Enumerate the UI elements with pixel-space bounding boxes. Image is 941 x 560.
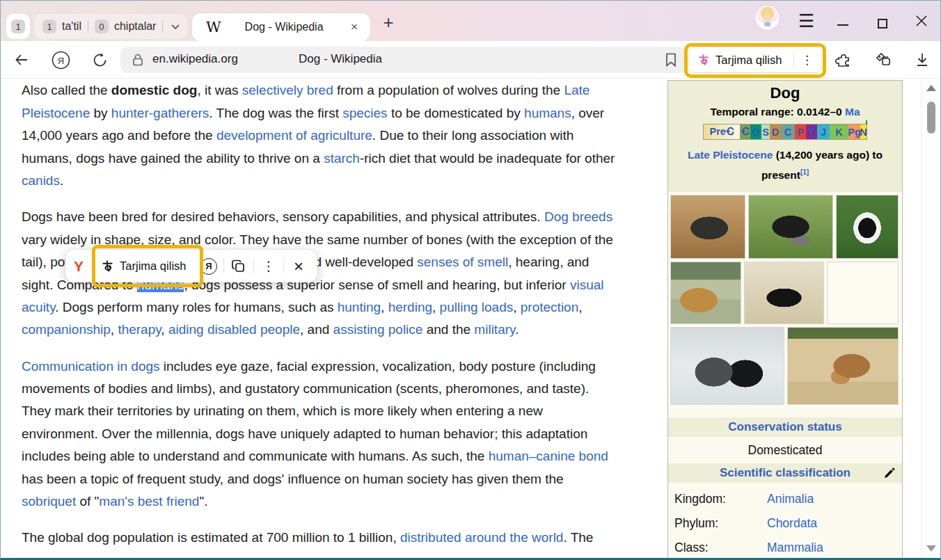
timeline-period-K[interactable]: K — [830, 125, 848, 139]
reload-icon[interactable] — [90, 50, 109, 70]
timeline-period-S[interactable]: S — [761, 125, 770, 139]
timeline-period-D[interactable]: D — [770, 125, 781, 139]
tab-strip: 1 1ta'til0chiptalar W Dog - Wikipedia × … — [1, 1, 940, 41]
tab-counters[interactable]: 1ta'til0chiptalar — [34, 14, 187, 39]
new-tab-button[interactable]: + — [378, 12, 399, 33]
article-link[interactable]: distributed around the world — [400, 530, 563, 545]
yandex-search-icon[interactable]: Я — [198, 258, 219, 275]
photo-japanese-chin[interactable] — [836, 195, 899, 259]
svg-text:Я: Я — [57, 55, 63, 65]
article-link[interactable]: hunter-gatherers — [111, 106, 209, 120]
photo-dogs-beach[interactable] — [787, 327, 899, 405]
edit-icon[interactable] — [883, 467, 895, 479]
translate-button[interactable]: Tarjima qilish ⋮ — [688, 47, 822, 73]
article-link[interactable]: Dog breeds — [544, 209, 612, 224]
rank-label: Phylum: — [668, 516, 767, 531]
tab-close-icon[interactable]: × — [348, 19, 361, 35]
article-link[interactable]: Late — [564, 83, 590, 97]
article-link[interactable]: pulling loads — [440, 300, 514, 314]
photo-sled-dogs-snow[interactable] — [670, 327, 784, 405]
photo-jack-russell-terrier[interactable] — [827, 262, 899, 324]
article-link[interactable]: protection — [521, 300, 578, 314]
taxobox: Dog Temporal range: 0.0142–0 Ma PreꞒꞒOSD… — [667, 80, 903, 558]
taxon-link[interactable]: Animalia — [767, 492, 814, 506]
article-link[interactable]: therapy — [118, 322, 161, 337]
article-link[interactable]: species — [342, 106, 387, 120]
article-link[interactable]: canids — [22, 173, 60, 188]
avatar[interactable] — [757, 7, 778, 29]
photo-black-white-dog-grass[interactable] — [748, 195, 833, 259]
reference-link[interactable]: [1] — [800, 168, 809, 176]
toolbar: Я en.wikipedia.org Dog - Wikipedia Tarji… — [1, 41, 940, 79]
timeline-period-P[interactable]: P — [795, 125, 806, 139]
timeline-period-Pg[interactable]: Pg — [848, 125, 860, 139]
popup-close-icon[interactable]: × — [288, 257, 309, 276]
maximize-icon[interactable] — [878, 19, 887, 29]
article-link[interactable]: Pleistocene — [22, 106, 90, 120]
article-link[interactable]: hunting — [338, 300, 381, 314]
extensions-icon[interactable] — [835, 50, 854, 70]
photo-golden-retriever-water[interactable] — [670, 262, 741, 324]
article-link[interactable]: senses of smell — [417, 255, 508, 269]
late-pleistocene-link[interactable]: Late Pleistocene — [688, 149, 773, 161]
article-link[interactable]: Communication in dogs — [22, 359, 160, 374]
article-link[interactable]: aiding disabled people — [168, 322, 300, 337]
taxobox-header: Dog Temporal range: 0.0142–0 Ma PreꞒꞒOSD… — [668, 81, 902, 192]
back-icon[interactable] — [12, 50, 31, 70]
ma-link[interactable]: Ma — [845, 106, 860, 118]
scrollbar-thumb[interactable] — [927, 102, 935, 134]
timeline-period-PreꞒ[interactable]: PreꞒ — [704, 125, 740, 139]
article-text: environment. Over the millennia, dogs ha… — [22, 426, 587, 441]
copy-icon[interactable] — [228, 259, 249, 274]
article-link[interactable]: visual — [570, 278, 604, 292]
timeline-period-N[interactable]: N — [860, 125, 867, 139]
photo-dark-merle-dog[interactable] — [670, 195, 745, 259]
article-link[interactable]: selectively bred — [242, 83, 333, 97]
scroll-down-arrow-icon[interactable] — [926, 545, 936, 552]
article-link[interactable]: sobriquet — [22, 494, 76, 509]
scroll-up-arrow-icon[interactable] — [926, 85, 936, 91]
tab-counter-chiptalar[interactable]: 0chiptalar — [95, 19, 156, 33]
photo-black-lab-snow[interactable] — [744, 262, 824, 324]
article-link[interactable]: humans — [524, 106, 571, 120]
article-link[interactable]: military — [474, 322, 515, 337]
temporal-range-detail: Late Pleistocene (14,200 years ago) to p… — [681, 145, 889, 186]
timeline-period-C[interactable]: C — [781, 125, 795, 139]
article-link[interactable]: human–canine bond — [489, 449, 608, 463]
article-link[interactable]: development of agriculture — [216, 128, 372, 143]
article-link[interactable]: acuity — [22, 300, 55, 314]
chevron-down-icon[interactable] — [171, 22, 179, 31]
article-link[interactable]: companionship — [22, 322, 111, 337]
bookmark-icon[interactable] — [665, 52, 677, 67]
avatar-bow — [764, 22, 770, 26]
article-link[interactable]: herding — [388, 300, 432, 314]
article-link[interactable]: starch — [324, 151, 360, 166]
article-text: Dog (Canis familiaris or Canis lupus fam… — [22, 79, 665, 558]
yandex-services-icon[interactable]: Я — [51, 50, 70, 70]
downloads-icon[interactable] — [912, 50, 932, 70]
taxon-link[interactable]: Chordata — [767, 516, 817, 531]
close-window-icon[interactable] — [914, 13, 929, 29]
popup-translate-button[interactable]: Tarjima qilish — [101, 259, 187, 273]
article-link[interactable]: man's best friend — [99, 494, 199, 509]
url-domain[interactable]: en.wikipedia.org — [152, 52, 238, 66]
address-bar[interactable]: en.wikipedia.org Dog - Wikipedia — [120, 47, 686, 73]
timeline-period-O[interactable]: O — [750, 125, 761, 139]
translate-menu-icon[interactable]: ⋮ — [801, 54, 813, 66]
menu-icon[interactable]: ☰ — [798, 10, 814, 32]
tab-group-pill[interactable]: 1 — [6, 14, 30, 39]
minimize-icon[interactable] — [837, 24, 848, 26]
article-text: includes being able to understand and co… — [22, 449, 489, 463]
timeline-period-T[interactable]: T — [806, 125, 817, 139]
taxon-link[interactable]: Mammalia — [767, 541, 823, 555]
password-manager-icon[interactable] — [873, 50, 893, 70]
timeline-period-Ꞓ[interactable]: Ꞓ — [740, 125, 750, 139]
article-link[interactable]: assisting police — [333, 322, 423, 337]
timeline-period-J[interactable]: J — [817, 125, 830, 139]
divider — [162, 20, 163, 33]
tab-dog-wikipedia[interactable]: W Dog - Wikipedia × — [192, 13, 370, 41]
geologic-timescale[interactable]: PreꞒꞒOSDCPTJKPgN — [703, 124, 867, 140]
scrollbar[interactable] — [921, 79, 940, 558]
popup-menu-icon[interactable]: ⋮ — [258, 259, 279, 273]
tab-counter-ta'til[interactable]: 1ta'til — [42, 19, 81, 33]
